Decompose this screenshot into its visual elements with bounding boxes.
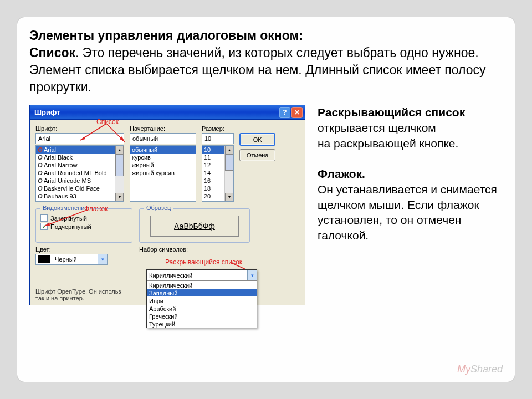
list-item[interactable]: OBauhaus 93 [36, 192, 124, 200]
list-item[interactable]: OArial [36, 146, 124, 154]
scrollbar[interactable]: ▴ ▾ [115, 146, 124, 201]
scroll-down-icon[interactable]: ▾ [225, 193, 233, 201]
side-explanation: Раскрывающийся список открывается щелчко… [318, 105, 503, 305]
font-label: Шрифт: [35, 125, 124, 132]
color-combo[interactable]: Черный ▾ [35, 254, 108, 265]
effects-legend: Видоизменение [40, 204, 90, 211]
dropdown-term: Раскрывающийся список [318, 106, 465, 119]
checkbox-checked-icon: ✓ [40, 223, 48, 230]
scroll-thumb[interactable] [225, 154, 233, 171]
headline: Элементы управления диалоговым окном: Сп… [29, 27, 503, 96]
strike-checkbox[interactable]: Зачеркнутый [40, 214, 127, 222]
style-listbox[interactable]: обычный курсив жирный жирный курсив [130, 145, 196, 202]
flazhok-term: Флажок. [318, 167, 365, 180]
sample-text: АаВbБбФф [150, 216, 239, 237]
list-item[interactable]: OArial Unicode MS [36, 177, 124, 185]
list-item[interactable]: OArial Rounded MT Bold [36, 169, 124, 177]
dropdown-option[interactable]: Западный [147, 289, 257, 296]
spisok-label: Список [29, 45, 75, 60]
callout-flazhok: Флажок [84, 205, 108, 213]
ok-button[interactable]: OK [239, 133, 275, 146]
list-item[interactable]: OBaskerville Old Face [36, 185, 124, 192]
underline-label: Подчеркнутый [50, 223, 91, 230]
color-swatch [38, 255, 50, 263]
charset-label: Набор символов: [139, 246, 299, 253]
close-button[interactable]: ✕ [291, 107, 303, 118]
callout-dropdown: Раскрывающийся список [165, 258, 242, 266]
dialog-title: Шрифт [34, 108, 60, 116]
charset-selected-value: Кириллический [147, 272, 247, 279]
charset-dropdown[interactable]: Кириллический ▾ Кириллический Западный И… [146, 269, 257, 328]
list-item[interactable]: обычный [130, 146, 196, 154]
list-item[interactable]: жирный [130, 161, 196, 169]
scroll-up-icon[interactable]: ▴ [115, 146, 124, 154]
dropdown-option[interactable]: Иврит [147, 296, 257, 304]
sample-legend: Образец [144, 204, 173, 211]
strike-label: Зачеркнутый [50, 215, 87, 222]
font-dialog: Шрифт ? ✕ Список Шрифт: [29, 105, 305, 305]
dropdown-option[interactable]: Кириллический [147, 281, 257, 289]
cancel-button[interactable]: Отмена [239, 149, 275, 161]
style-label: Начертание: [130, 125, 196, 132]
size-listbox[interactable]: 10 11 12 14 16 18 20 ▴ ▾ [202, 145, 234, 202]
scroll-up-icon[interactable]: ▴ [225, 146, 233, 154]
callout-spisok: Список [96, 118, 119, 126]
spisok-text: . Это перечень значений, из которых след… [29, 45, 486, 94]
dropdown-option[interactable]: Арабский [147, 304, 257, 312]
chevron-down-icon[interactable]: ▾ [98, 254, 107, 264]
list-item[interactable]: OArial Narrow [36, 161, 124, 169]
style-input[interactable]: обычный [130, 133, 196, 144]
scroll-down-icon[interactable]: ▾ [115, 193, 124, 201]
scrollbar[interactable]: ▴ ▾ [224, 146, 233, 201]
watermark: MyShared [457, 364, 503, 375]
color-label: Цвет: [35, 246, 132, 253]
underline-checkbox[interactable]: ✓ Подчеркнутый [40, 223, 127, 230]
dropdown-option[interactable]: Греческий [147, 312, 257, 320]
help-button[interactable]: ? [279, 107, 290, 118]
list-item[interactable]: OArial Black [36, 154, 124, 161]
list-item[interactable]: жирный курсив [130, 169, 196, 177]
color-value: Черный [53, 256, 98, 263]
font-listbox[interactable]: OArial OArial Black OArial Narrow OArial… [35, 145, 124, 202]
slide: Элементы управления диалоговым окном: Сп… [17, 17, 515, 382]
scroll-thumb[interactable] [115, 154, 124, 176]
headline-title: Элементы управления диалоговым окном: [29, 28, 303, 43]
size-input[interactable]: 10 [202, 133, 234, 144]
chevron-down-icon[interactable]: ▾ [247, 270, 257, 280]
font-input[interactable]: Arial [35, 133, 124, 144]
size-label: Размер: [202, 125, 234, 132]
dropdown-option[interactable]: Турецкий [147, 320, 257, 328]
dialog-titlebar[interactable]: Шрифт ? ✕ [30, 105, 305, 120]
checkbox-icon [40, 214, 48, 222]
list-item[interactable]: курсив [130, 154, 196, 161]
